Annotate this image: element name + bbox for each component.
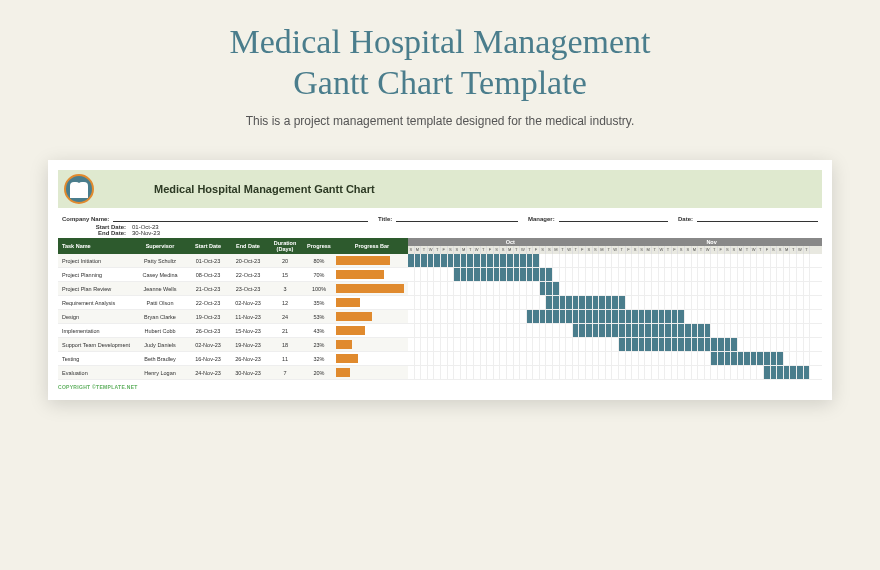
day-cell: S [500,246,507,254]
day-cell: S [408,246,415,254]
col-end: End Date [228,243,268,249]
day-cell: T [560,246,567,254]
task-start: 19-Oct-23 [188,314,228,320]
day-cell: F [487,246,494,254]
task-table: Task Name Supervisor Start Date End Date… [58,238,408,380]
task-duration: 3 [268,286,302,292]
day-cell: S [639,246,646,254]
task-progress: 23% [302,342,336,348]
title-field[interactable]: Title: [378,214,518,222]
task-supervisor: Judy Daniels [132,342,188,348]
col-duration: Duration (Days) [268,240,302,252]
task-end: 30-Nov-23 [228,370,268,376]
timeline-row [408,296,822,310]
title-label: Title: [378,216,392,222]
day-cell: M [599,246,606,254]
day-cell: T [711,246,718,254]
hospital-logo-icon [64,174,94,204]
task-duration: 11 [268,356,302,362]
table-row: TestingBeth Bradley16-Nov-2326-Nov-23113… [58,352,408,366]
timeline-row [408,352,822,366]
day-cell: F [441,246,448,254]
task-supervisor: Patty Schultz [132,258,188,264]
day-cell: S [448,246,455,254]
task-progress-bar [336,298,408,307]
day-cell: S [771,246,778,254]
task-end: 02-Nov-23 [228,300,268,306]
day-cell: F [626,246,633,254]
table-row: ImplementationHubert Cobb26-Oct-2315-Nov… [58,324,408,338]
task-progress: 32% [302,356,336,362]
table-row: Project PlanningCasey Medina08-Oct-2322-… [58,268,408,282]
task-name: Requirement Analysis [58,300,132,306]
day-cell: S [725,246,732,254]
task-duration: 24 [268,314,302,320]
company-name-label: Company Name: [62,216,109,222]
task-progress: 35% [302,300,336,306]
task-start: 08-Oct-23 [188,272,228,278]
day-cell: M [692,246,699,254]
task-supervisor: Bryan Clarke [132,314,188,320]
page-subtitle: This is a project management template de… [0,114,880,128]
day-cell: T [698,246,705,254]
task-start: 02-Nov-23 [188,342,228,348]
date-label: Date: [678,216,693,222]
task-duration: 20 [268,258,302,264]
day-cell: S [546,246,553,254]
day-cell: S [777,246,784,254]
company-name-field[interactable]: Company Name: [62,214,368,222]
col-supervisor: Supervisor [132,243,188,249]
day-cell: S [731,246,738,254]
table-row: Requirement AnalysisPatti Olson22-Oct-23… [58,296,408,310]
task-supervisor: Jeanne Wells [132,286,188,292]
title-line-2: Gantt Chart Template [293,64,586,101]
task-start: 26-Oct-23 [188,328,228,334]
task-name: Evaluation [58,370,132,376]
manager-field[interactable]: Manager: [528,214,668,222]
task-duration: 21 [268,328,302,334]
day-cell: T [514,246,521,254]
task-progress-bar [336,368,408,377]
task-duration: 15 [268,272,302,278]
day-cell: T [467,246,474,254]
day-cell: F [579,246,586,254]
day-cell: F [764,246,771,254]
gantt-main: Task Name Supervisor Start Date End Date… [58,238,822,380]
task-progress-bar [336,354,408,363]
day-cell: T [434,246,441,254]
task-progress: 20% [302,370,336,376]
chart-header: Medical Hospital Management Gantt Chart [58,170,822,208]
task-progress-bar [336,340,408,349]
table-row: Support Team DevelopmentJudy Daniels02-N… [58,338,408,352]
timeline: OctNov SMTWTFSSMTWTFSSMTWTFSSMTWTFSSMTWT… [408,238,822,380]
day-cell: F [533,246,540,254]
day-cell: S [586,246,593,254]
meta-row: Company Name: Title: Manager: Date: [58,208,822,224]
date-field[interactable]: Date: [678,214,818,222]
month-label: Oct [408,239,613,245]
day-cell: W [428,246,435,254]
timeline-row [408,254,822,268]
day-cell: M [461,246,468,254]
task-end: 20-Oct-23 [228,258,268,264]
task-supervisor: Hubert Cobb [132,328,188,334]
day-cell: W [659,246,666,254]
task-end: 26-Nov-23 [228,356,268,362]
day-cell: T [421,246,428,254]
task-progress: 100% [302,286,336,292]
day-cell: T [665,246,672,254]
day-cell: W [751,246,758,254]
timeline-row [408,282,822,296]
task-name: Project Initiation [58,258,132,264]
table-row: Project InitiationPatty Schultz01-Oct-23… [58,254,408,268]
end-date-value: 30-Nov-23 [132,230,160,236]
gantt-card: Medical Hospital Management Gantt Chart … [48,160,832,400]
task-name: Support Team Development [58,342,132,348]
col-task: Task Name [58,243,132,249]
table-row: Project Plan ReviewJeanne Wells21-Oct-23… [58,282,408,296]
task-start: 22-Oct-23 [188,300,228,306]
day-cell: T [757,246,764,254]
day-cell: S [593,246,600,254]
timeline-row [408,338,822,352]
task-name: Project Planning [58,272,132,278]
